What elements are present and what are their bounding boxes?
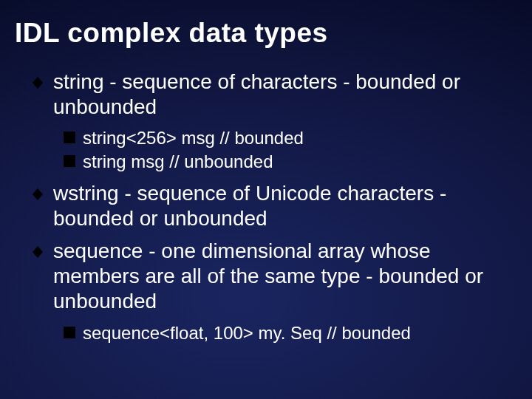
sub-bullet-group: sequence<float, 100> my. Seq // bounded xyxy=(33,322,511,344)
svg-marker-0 xyxy=(33,77,43,89)
sub-bullet-item: string<256> msg // bounded xyxy=(64,127,511,149)
square-bullet-icon xyxy=(64,155,75,167)
diamond-bullet-icon xyxy=(33,246,43,258)
diamond-bullet-icon xyxy=(33,77,43,89)
slide-title: IDL complex data types xyxy=(0,7,532,58)
bullet-item: sequence - one dimensional array whose m… xyxy=(33,239,511,314)
slide-content: string - sequence of characters - bounde… xyxy=(0,58,532,344)
square-bullet-icon xyxy=(64,327,75,338)
sub-bullet-text: string<256> msg // bounded xyxy=(83,127,304,149)
sub-bullet-text: string msg // unbounded xyxy=(83,151,273,172)
bullet-item: string - sequence of characters - bounde… xyxy=(33,69,511,120)
svg-marker-1 xyxy=(33,188,43,200)
sub-bullet-group: string<256> msg // bounded string msg //… xyxy=(33,127,511,172)
sub-bullet-item: string msg // unbounded xyxy=(64,151,511,172)
diamond-bullet-icon xyxy=(33,188,43,200)
bullet-item: wstring - sequence of Unicode characters… xyxy=(33,181,511,231)
bullet-text: sequence - one dimensional array whose m… xyxy=(53,239,511,314)
bullet-text: string - sequence of characters - bounde… xyxy=(53,69,511,120)
bullet-text: wstring - sequence of Unicode characters… xyxy=(53,181,511,231)
slide: IDL complex data types string - sequence… xyxy=(0,0,532,399)
svg-marker-2 xyxy=(33,246,43,258)
sub-bullet-item: sequence<float, 100> my. Seq // bounded xyxy=(64,322,511,344)
square-bullet-icon xyxy=(64,132,75,143)
sub-bullet-text: sequence<float, 100> my. Seq // bounded xyxy=(83,322,411,344)
